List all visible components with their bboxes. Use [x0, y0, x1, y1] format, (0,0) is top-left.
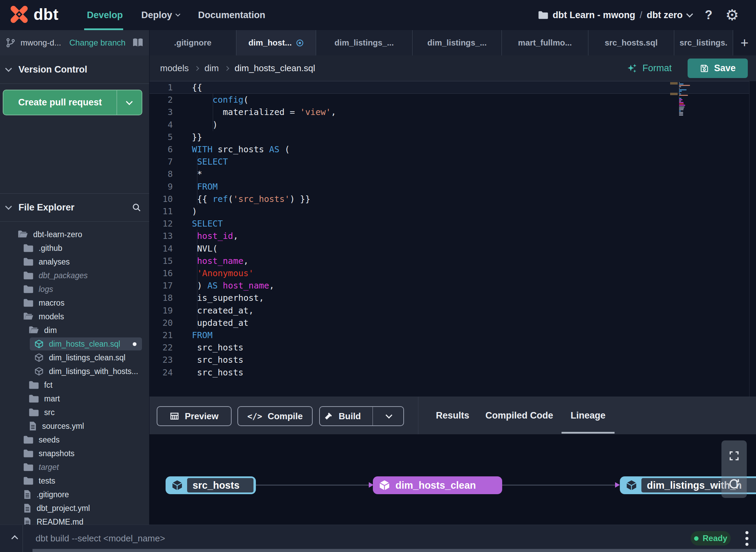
line-number: 20	[149, 317, 173, 329]
lineage-node-src-hosts[interactable]: src_hosts	[166, 476, 256, 494]
project-switcher[interactable]: dbt Learn - mwong / dbt zero	[538, 10, 692, 21]
change-branch-link[interactable]: Change branch	[69, 38, 126, 48]
code-editor[interactable]: 1{{2 config(3 materialized = 'view',4 )5…	[149, 81, 756, 397]
tab-compiled-code[interactable]: Compiled Code	[485, 397, 553, 434]
chevron-down-icon	[686, 11, 693, 17]
docs-book-icon[interactable]	[132, 38, 144, 48]
tree-item-target[interactable]: target	[0, 460, 149, 474]
minimap-line	[679, 115, 683, 116]
divider	[23, 525, 23, 552]
tab-src-listings-[interactable]: src_listings.	[674, 30, 733, 55]
tree-item-label: target	[39, 463, 59, 472]
settings-gear-icon[interactable]: ⚙	[726, 8, 739, 23]
breadcrumb-bar: modelsdimdim_hosts_clean.sql Format Save	[149, 55, 756, 81]
lineage-edge	[256, 485, 369, 486]
breadcrumb-item[interactable]: dim	[205, 63, 219, 74]
code-line-17: 17 ) AS host_name,	[149, 279, 748, 292]
chevron-down-icon	[126, 98, 133, 105]
collapse-chevron-icon	[5, 65, 12, 72]
build-button[interactable]: Build	[319, 406, 404, 426]
tree-item-label: fct	[44, 381, 52, 390]
new-tab-button[interactable]: +	[741, 36, 748, 50]
tree-item-analyses[interactable]: analyses	[0, 255, 149, 269]
tree-item-sources-yml[interactable]: sources.yml	[0, 419, 149, 433]
build-dropdown-button[interactable]	[378, 414, 400, 419]
tree-item-mart[interactable]: mart	[0, 392, 149, 406]
model-cube-icon	[625, 478, 638, 492]
tree-item-label: sources.yml	[42, 422, 84, 431]
line-number: 8	[149, 168, 173, 180]
horizontal-scrollbar[interactable]	[32, 549, 756, 552]
file-explorer-header[interactable]: File Explorer	[0, 193, 149, 222]
breadcrumb-item[interactable]: dim_hosts_clean.sql	[235, 63, 315, 74]
tree-item-logs[interactable]: logs	[0, 282, 149, 296]
command-bar-expand-button[interactable]	[7, 525, 23, 552]
tree-item-src[interactable]: src	[0, 406, 149, 419]
sparkles-icon	[627, 63, 638, 74]
tree-item-dbt-project-yml[interactable]: dbt_project.yml	[0, 501, 149, 515]
tree-item--gitignore[interactable]: .gitignore	[0, 488, 149, 501]
compile-button[interactable]: </>Compile	[237, 406, 313, 426]
tree-item-dim-listings-with-hosts-[interactable]: dim_listings_with_hosts...	[0, 364, 149, 378]
tab-mart-fullmo-[interactable]: mart_fullmo...	[502, 30, 588, 55]
tab-src-hosts-sql[interactable]: src_hosts.sql	[588, 30, 674, 55]
search-icon[interactable]	[132, 203, 141, 212]
line-number: 24	[149, 366, 173, 379]
nav-item-deploy[interactable]: Deploy	[141, 10, 180, 21]
minimap-line	[679, 103, 684, 104]
tab--gitignore[interactable]: .gitignore	[149, 30, 236, 55]
code-line-6: 6WITH src_hosts AS (	[149, 143, 748, 156]
code-text: *	[192, 168, 202, 180]
tree-item-dbt-learn-zero[interactable]: dbt-learn-zero	[0, 228, 149, 241]
pr-dropdown-button[interactable]	[117, 90, 142, 115]
command-input[interactable]: dbt build --select <model_name>	[36, 525, 165, 552]
version-control-header[interactable]: Version Control	[0, 55, 149, 84]
code-line-19: 19 created_at,	[149, 304, 748, 317]
help-icon[interactable]: ?	[705, 8, 713, 22]
tree-item-dbt-packages[interactable]: dbt_packages	[0, 269, 149, 282]
tree-item--github[interactable]: .github	[0, 241, 149, 255]
nav-item-documentation[interactable]: Documentation	[198, 10, 265, 21]
code-text: is_superhost,	[192, 292, 264, 304]
brand-wordmark: dbt	[34, 5, 58, 24]
overflow-menu-icon[interactable]	[742, 525, 752, 552]
breadcrumb-item[interactable]: models	[160, 63, 189, 74]
refresh-icon[interactable]	[728, 477, 741, 490]
fullscreen-icon[interactable]	[728, 450, 740, 462]
editor-scrollbar[interactable]	[749, 81, 750, 397]
topbar: dbt DevelopDeployDocumentation dbt Learn…	[0, 0, 756, 30]
code-text: created_at,	[192, 304, 254, 317]
code-text: host_id,	[192, 230, 238, 242]
lineage-canvas[interactable]: src_hosts dim_hosts_clean dim_listings_w…	[149, 434, 756, 525]
lineage-node-dim-hosts-clean[interactable]: dim_hosts_clean	[373, 476, 502, 494]
tree-item-tests[interactable]: tests	[0, 474, 149, 488]
tab-label: mart_fullmo...	[518, 38, 572, 48]
tree-item-dim-hosts-clean-sql[interactable]: dim_hosts_clean.sql	[0, 337, 149, 351]
nav-item-develop[interactable]: Develop	[87, 10, 123, 21]
tab-dim-listings-[interactable]: dim_listings_...	[413, 30, 502, 55]
tree-item-snapshots[interactable]: snapshots	[0, 447, 149, 460]
tree-item-macros[interactable]: macros	[0, 296, 149, 310]
line-number: 21	[149, 329, 173, 342]
line-number: 3	[149, 106, 173, 118]
save-button[interactable]: Save	[688, 59, 748, 78]
tree-item-models[interactable]: models	[0, 310, 149, 323]
lineage-edge	[502, 485, 615, 486]
code-line-3: 3 materialized = 'view',	[149, 106, 748, 118]
tab-dim-listings-[interactable]: dim_listings_...	[316, 30, 413, 55]
model-cube-icon	[34, 367, 44, 376]
tab-results[interactable]: Results	[436, 397, 469, 434]
code-text: ) AS host_name,	[192, 279, 274, 292]
save-floppy-icon	[700, 64, 709, 73]
dbt-logo[interactable]: dbt	[10, 5, 58, 24]
tree-item-seeds[interactable]: seeds	[0, 433, 149, 447]
tree-item-dim-listings-clean-sql[interactable]: dim_listings_clean.sql	[0, 351, 149, 364]
preview-button[interactable]: Preview	[157, 406, 232, 426]
tree-item-dim[interactable]: dim	[0, 323, 149, 337]
tree-item-fct[interactable]: fct	[0, 378, 149, 392]
format-button[interactable]: Format	[627, 55, 672, 81]
tab-lineage[interactable]: Lineage	[571, 397, 605, 434]
tab-dim-host-[interactable]: dim_host...	[236, 30, 316, 55]
tree-item-README-md[interactable]: README.md	[0, 515, 149, 525]
create-pull-request-button[interactable]: Create pull request	[3, 90, 142, 115]
